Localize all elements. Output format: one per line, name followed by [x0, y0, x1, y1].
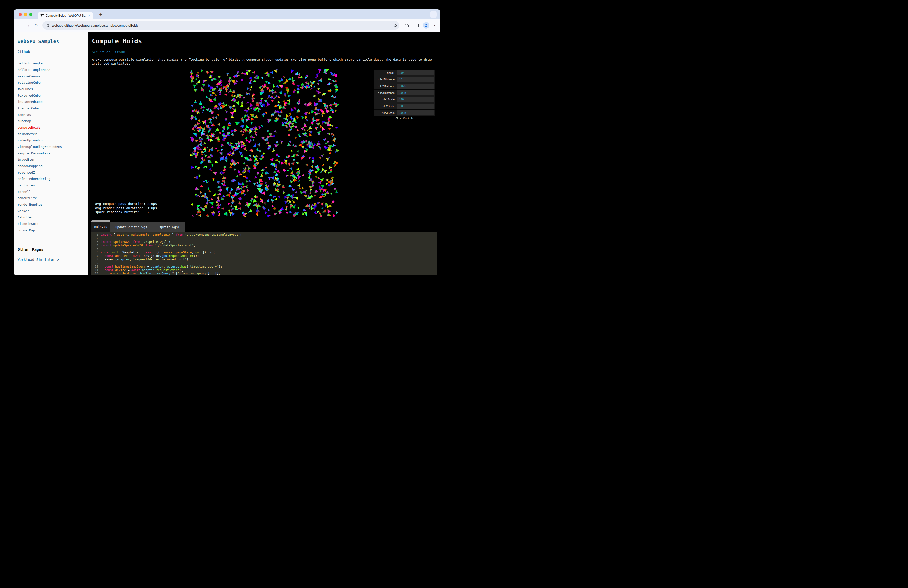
sidebar-item-computeBoids[interactable]: computeBoids	[18, 124, 85, 131]
tab-search-chevron-icon[interactable]: ⌄	[430, 11, 437, 18]
list-item: shadowMapping	[18, 163, 85, 169]
sidebar-item-animometer[interactable]: animometer	[18, 131, 85, 137]
gui-value-input[interactable]: 0.025	[397, 84, 434, 89]
new-tab-button[interactable]: +	[97, 11, 104, 18]
forward-icon[interactable]: →	[24, 22, 32, 29]
sidebar-divider-2	[18, 240, 85, 240]
sidebar-item-workload-simulator[interactable]: Workload Simulator ↗	[18, 258, 85, 262]
sidebar-item-cameras[interactable]: cameras	[18, 111, 85, 118]
list-item: twoCubes	[18, 86, 85, 92]
code-line: 6const init: SampleInit = async ({ canva…	[91, 251, 437, 254]
sidebar-item-imageBlur[interactable]: imageBlur	[18, 156, 85, 163]
tab-close-icon[interactable]: ✕	[87, 14, 91, 17]
menu-dots-icon[interactable]: ⋮	[432, 23, 437, 28]
list-item: deferredRendering	[18, 176, 85, 182]
gui-row-rule3Scale: rule3Scale0.005	[374, 110, 435, 116]
gui-row-rule2Scale: rule2Scale0.05	[374, 103, 435, 110]
sidebar-github-link[interactable]: Github	[18, 50, 85, 53]
sidebar-item-resizeCanvas[interactable]: resizeCanvas	[18, 73, 85, 79]
code-line: 2	[91, 237, 437, 240]
sidebar-item-texturedCube[interactable]: texturedCube	[18, 92, 85, 99]
source-code[interactable]: 1import { assert, makeSample, SampleInit…	[91, 232, 437, 275]
zoom-window-button[interactable]	[29, 13, 32, 16]
list-item: imageBlur	[18, 156, 85, 163]
code-line: 1import { assert, makeSample, SampleInit…	[91, 233, 437, 237]
sidebar-item-cornell[interactable]: cornell	[18, 188, 85, 195]
sidebar-item-fractalCube[interactable]: fractalCube	[18, 105, 85, 111]
sidebar-item-worker[interactable]: worker	[18, 208, 85, 214]
gui-label: rule3Scale	[374, 110, 397, 116]
gui-value-input[interactable]: 0.04	[397, 70, 434, 75]
sidebar-item-A-buffer[interactable]: A-buffer	[18, 214, 85, 221]
sidebar-item-normalMap[interactable]: normalMap	[18, 227, 85, 234]
gui-row-deltaT: deltaT0.04	[374, 69, 435, 76]
bookmark-star-icon[interactable]	[393, 23, 398, 28]
sidebar-item-reversedZ[interactable]: reversedZ	[18, 169, 85, 176]
sample-list: helloTrianglehelloTriangleMSAAresizeCanv…	[18, 60, 85, 234]
gui-label: rule3Distance	[374, 90, 397, 96]
code-line: 10 const hasTimestampQuery = adapter.fea…	[91, 265, 437, 268]
sidebar-item-shadowMapping[interactable]: shadowMapping	[18, 163, 85, 169]
gui-value-input[interactable]: 0.05	[397, 104, 434, 109]
code-line: 5	[91, 247, 437, 251]
sidebar-item-particles[interactable]: particles	[18, 182, 85, 188]
boids-simulation-canvas[interactable]	[190, 69, 338, 217]
extensions-icon[interactable]	[404, 23, 409, 28]
gui-value-input[interactable]: 0.005	[397, 110, 434, 115]
toolbar-right-icons: ⋮	[402, 22, 438, 29]
webgpu-favicon	[40, 14, 44, 17]
gui-row-rule2Distance: rule2Distance0.025	[374, 83, 435, 90]
gui-value-input[interactable]: 0.1	[397, 77, 434, 82]
sidebar-item-videoUploadingWebCodecs[interactable]: videoUploadingWebCodecs	[18, 144, 85, 150]
list-item: gameOfLife	[18, 195, 85, 201]
back-icon[interactable]: ←	[16, 22, 23, 29]
sidebar-item-instancedCube[interactable]: instancedCube	[18, 99, 85, 105]
performance-stats: avg compute pass duration: 886µs avg ren…	[95, 202, 157, 214]
sidebar-item-rotatingCube[interactable]: rotatingCube	[18, 79, 85, 86]
list-item: helloTriangleMSAA	[18, 67, 85, 73]
close-window-button[interactable]	[19, 13, 22, 16]
sidebar-item-gameOfLife[interactable]: gameOfLife	[18, 195, 85, 201]
tab-strip: Compute Boids - WebGPU Sa ✕ + ⌄	[14, 10, 440, 19]
reload-icon[interactable]: ⟳	[32, 22, 40, 29]
browser-toolbar: ← → ⟳ webgpu.github.io/webgpu-samples/sa…	[14, 19, 440, 32]
browser-window: Compute Boids - WebGPU Sa ✕ + ⌄ ← → ⟳ we…	[14, 10, 440, 275]
site-settings-icon[interactable]	[45, 23, 49, 27]
other-pages-heading: Other Pages	[18, 247, 85, 252]
code-tab-sprite-wgsl[interactable]: sprite.wgsl	[154, 222, 185, 232]
gui-row-rule1Scale: rule1Scale0.02	[374, 96, 435, 103]
sidebar-item-deferredRendering[interactable]: deferredRendering	[18, 176, 85, 182]
close-controls-button[interactable]: Close Controls	[374, 116, 435, 121]
sidebar-item-helloTriangleMSAA[interactable]: helloTriangleMSAA	[18, 67, 85, 73]
code-tab-main-ts[interactable]: main.ts	[91, 220, 110, 232]
gui-row-rule1Distance: rule1Distance0.1	[374, 76, 435, 83]
code-line: 8 assert(adapter, 'requestAdapter return…	[91, 258, 437, 261]
tab-title: Compute Boids - WebGPU Sa	[46, 14, 87, 17]
list-item: texturedCube	[18, 92, 85, 99]
sidebar: WebGPU Samples Github helloTrianglehello…	[14, 32, 89, 275]
see-on-github-link[interactable]: See it on Github!	[92, 50, 127, 54]
page-content: WebGPU Samples Github helloTrianglehello…	[14, 32, 440, 275]
gui-value-input[interactable]: 0.02	[397, 97, 434, 102]
list-item: videoUploadingWebCodecs	[18, 144, 85, 150]
gui-value-input[interactable]: 0.025	[397, 90, 434, 95]
gui-label: rule2Distance	[374, 83, 397, 89]
list-item: computeBoids	[18, 124, 85, 131]
list-item: particles	[18, 182, 85, 188]
sidebar-item-renderBundles[interactable]: renderBundles	[18, 201, 85, 208]
address-bar[interactable]: webgpu.github.io/webgpu-samples/samples/…	[42, 21, 399, 30]
list-item: samplerParameters	[18, 150, 85, 156]
sidebar-item-bitonicSort[interactable]: bitonicSort	[18, 221, 85, 227]
code-line: 7 const adapter = await navigator.gpu.re…	[91, 254, 437, 258]
sidebar-item-cubemap[interactable]: cubemap	[18, 118, 85, 124]
browser-tab[interactable]: Compute Boids - WebGPU Sa ✕	[38, 11, 93, 19]
sidebar-item-twoCubes[interactable]: twoCubes	[18, 86, 85, 92]
sidebar-item-samplerParameters[interactable]: samplerParameters	[18, 150, 85, 156]
profile-avatar[interactable]	[423, 22, 429, 29]
side-panel-icon[interactable]	[415, 23, 420, 28]
minimize-window-button[interactable]	[24, 13, 27, 16]
code-tab-updateSprites-wgsl[interactable]: updateSprites.wgsl	[110, 222, 154, 232]
sidebar-item-helloTriangle[interactable]: helloTriangle	[18, 60, 85, 67]
url-text[interactable]: webgpu.github.io/webgpu-samples/samples/…	[52, 24, 393, 27]
sidebar-item-videoUploading[interactable]: videoUploading	[18, 137, 85, 144]
